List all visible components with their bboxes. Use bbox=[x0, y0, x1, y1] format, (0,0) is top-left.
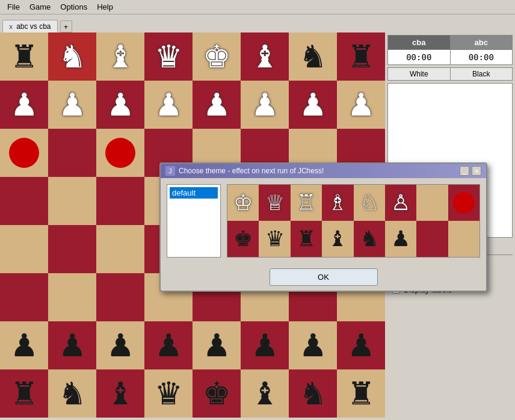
dialog-titlebar: J Choose theme - effect on next run of J… bbox=[161, 164, 486, 178]
preview-black-4: ♞ bbox=[354, 221, 385, 257]
dialog-close-button[interactable]: ✕ bbox=[472, 166, 481, 176]
dialog-controls: _ ✕ bbox=[460, 166, 481, 176]
preview-black-3: ♝ bbox=[322, 221, 353, 257]
theme-dialog: J Choose theme - effect on next run of J… bbox=[159, 162, 487, 292]
dialog-minimize-button[interactable]: _ bbox=[460, 166, 469, 176]
preview-white-7 bbox=[448, 185, 480, 221]
preview-black-5: ♟ bbox=[385, 221, 416, 257]
preview-white-6 bbox=[416, 185, 448, 221]
preview-black-7 bbox=[448, 221, 480, 257]
dialog-titlebar-left: J Choose theme - effect on next run of J… bbox=[165, 166, 324, 176]
preview-white-4: ♘ bbox=[354, 185, 385, 221]
dialog-footer: OK bbox=[161, 264, 486, 291]
preview-black-2: ♜ bbox=[291, 221, 322, 257]
preview-white-1: ♕ bbox=[259, 185, 290, 221]
dialog-overlay: J Choose theme - effect on next run of J… bbox=[0, 0, 515, 420]
preview-black-6 bbox=[416, 221, 448, 257]
preview-white-3: ♗ bbox=[322, 185, 353, 221]
dialog-title: Choose theme - effect on next run of JCh… bbox=[179, 167, 324, 175]
preview-black-1: ♛ bbox=[259, 221, 290, 257]
preview-black-0: ♚ bbox=[227, 221, 259, 257]
dialog-content: default ♔♕♖♗♘♙♚♛♜♝♞♟ bbox=[161, 178, 486, 264]
ok-button[interactable]: OK bbox=[270, 268, 378, 286]
preview-white-5: ♙ bbox=[385, 185, 416, 221]
preview-white-0: ♔ bbox=[227, 185, 259, 221]
dialog-icon: J bbox=[165, 166, 175, 176]
theme-list[interactable]: default bbox=[167, 184, 221, 258]
preview-white-2: ♖ bbox=[291, 185, 322, 221]
piece-preview: ♔♕♖♗♘♙♚♛♜♝♞♟ bbox=[227, 184, 480, 258]
preview-red-circle bbox=[453, 192, 475, 214]
theme-default[interactable]: default bbox=[170, 187, 218, 199]
